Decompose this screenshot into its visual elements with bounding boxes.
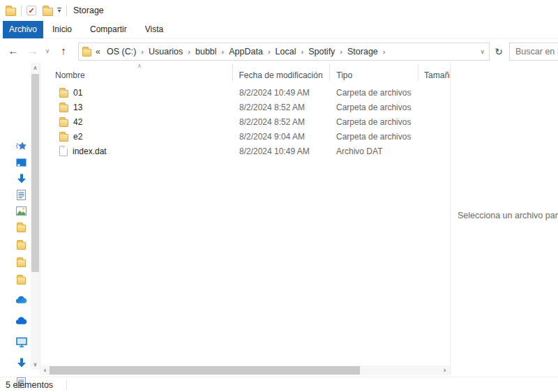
statusbar-separator xyxy=(66,379,67,390)
titlebar: ✓ ▾ Storage xyxy=(0,0,558,21)
desktop-icon[interactable] xyxy=(15,157,27,168)
column-header-tipo[interactable]: Tipo xyxy=(330,64,418,81)
search-input[interactable] xyxy=(510,43,558,60)
folder-icon xyxy=(59,90,68,98)
search-box xyxy=(509,43,558,61)
horizontal-scrollbar-thumb[interactable] xyxy=(50,366,360,375)
file-name-cell: e2 xyxy=(40,132,233,142)
preview-pane: Selecciona un archivo para obtener la vi… xyxy=(450,63,558,375)
status-bar: 5 elementos xyxy=(0,377,558,392)
tab-archivo[interactable]: Archivo xyxy=(3,21,43,38)
file-type-cell: Carpeta de archivos xyxy=(331,88,419,98)
window-title: Storage xyxy=(73,6,104,15)
file-list: ∧ Nombre Fecha de modificación Tipo Tama… xyxy=(40,63,450,375)
table-row[interactable]: 42 8/2/2024 8:52 AM Carpeta de archivos xyxy=(40,114,450,129)
navpane-scrollbar[interactable]: ∧ ∨ xyxy=(31,63,40,370)
properties-check-icon[interactable]: ✓ xyxy=(27,6,36,15)
column-header-fecha[interactable]: Fecha de modificación xyxy=(233,64,331,81)
documents-icon[interactable] xyxy=(15,189,27,200)
breadcrumb-item[interactable]: Usuarios xyxy=(146,47,186,56)
file-icon xyxy=(59,146,68,156)
file-date-cell: 8/2/2024 8:52 AM xyxy=(233,103,331,112)
breadcrumb-item[interactable]: bubbl xyxy=(193,47,220,56)
scroll-right-icon[interactable]: › xyxy=(440,365,449,375)
customize-quick-access-dropdown-icon[interactable]: ▾ xyxy=(57,8,61,14)
navigation-pane: ♪ ∧ ∨ xyxy=(0,63,40,375)
preview-message: Selecciona un archivo para obtener la vi… xyxy=(458,211,558,220)
breadcrumb-item[interactable]: Spotify xyxy=(306,47,338,56)
breadcrumb-item[interactable]: OS (C:) xyxy=(104,47,139,56)
ribbon-tabs: Archivo Inicio Compartir Vista xyxy=(0,21,558,39)
file-name-cell: index.dat xyxy=(40,146,233,156)
address-folder-icon xyxy=(82,49,91,56)
file-date-cell: 8/2/2024 10:49 AM xyxy=(233,146,331,156)
breadcrumb-chevron-icon[interactable]: › xyxy=(266,47,273,56)
folder-icon[interactable] xyxy=(15,239,27,250)
filelist-horizontal-scrollbar[interactable]: ‹ › xyxy=(40,365,450,375)
onedrive-color-icon[interactable] xyxy=(15,294,27,306)
tab-inicio[interactable]: Inicio xyxy=(43,21,81,38)
folder-icon[interactable] xyxy=(15,257,27,268)
forward-icon[interactable]: → xyxy=(25,43,40,59)
breadcrumb-item[interactable]: Local xyxy=(273,47,299,56)
tab-compartir[interactable]: Compartir xyxy=(81,21,136,38)
new-folder-icon[interactable] xyxy=(43,8,53,16)
file-name-cell: 42 xyxy=(40,117,233,127)
folder-icon xyxy=(59,119,68,127)
breadcrumb-overflow[interactable]: « xyxy=(91,47,104,56)
item-count: 5 elementos xyxy=(6,380,53,390)
back-icon[interactable]: ← xyxy=(6,43,21,59)
file-type-cell: Carpeta de archivos xyxy=(331,117,419,127)
pictures-icon[interactable] xyxy=(15,205,27,216)
column-header-tamano[interactable]: Tamaño xyxy=(418,64,450,81)
column-header-nombre[interactable]: Nombre xyxy=(40,64,233,81)
file-type-cell: Carpeta de archivos xyxy=(331,132,419,142)
tab-vista[interactable]: Vista xyxy=(136,21,172,38)
sort-ascending-icon: ∧ xyxy=(137,63,142,69)
downloads-icon[interactable] xyxy=(15,173,27,184)
breadcrumb-item[interactable]: Storage xyxy=(345,47,381,56)
downloads-icon[interactable] xyxy=(15,357,27,368)
onedrive-icon[interactable] xyxy=(15,315,27,326)
up-icon[interactable]: ↑ xyxy=(56,43,71,59)
breadcrumb-chevron-icon[interactable]: › xyxy=(338,47,345,56)
file-type-cell: Carpeta de archivos xyxy=(331,103,419,112)
file-date-cell: 8/2/2024 10:49 AM xyxy=(233,88,331,98)
titlebar-separator xyxy=(66,5,67,16)
breadcrumb-chevron-icon[interactable]: › xyxy=(186,47,193,56)
folder-icon xyxy=(59,134,68,142)
column-headers: ∧ Nombre Fecha de modificación Tipo Tama… xyxy=(40,63,450,82)
navigation-toolbar: ← → ∨ ↑ « OS (C:) › Usuarios › bubbl › A… xyxy=(0,39,558,63)
address-dropdown-icon[interactable]: ∨ xyxy=(476,48,489,55)
file-name-cell: 01 xyxy=(40,88,233,98)
file-rows: 01 8/2/2024 10:49 AM Carpeta de archivos… xyxy=(40,85,450,158)
address-bar[interactable]: « OS (C:) › Usuarios › bubbl › AppData ›… xyxy=(78,43,490,61)
breadcrumb-chevron-icon[interactable]: › xyxy=(299,47,306,56)
breadcrumb-item[interactable]: AppData xyxy=(226,47,266,56)
file-date-cell: 8/2/2024 8:52 AM xyxy=(233,117,331,127)
scroll-left-icon[interactable]: ‹ xyxy=(40,365,50,375)
folder-icon[interactable] xyxy=(15,274,27,285)
folder-icon xyxy=(59,105,68,112)
file-type-cell: Archivo DAT xyxy=(331,146,419,156)
navpane-scrollbar-thumb[interactable] xyxy=(31,74,39,272)
titlebar-separator xyxy=(21,5,22,16)
this-pc-icon[interactable] xyxy=(15,336,27,347)
breadcrumb-chevron-icon[interactable]: › xyxy=(220,47,227,56)
refresh-icon[interactable]: ↻ xyxy=(491,43,506,61)
scroll-down-icon[interactable]: ∨ xyxy=(31,360,40,369)
breadcrumb-chevron-icon[interactable]: › xyxy=(139,47,146,56)
file-name-cell: 13 xyxy=(40,103,233,112)
window-folder-icon[interactable] xyxy=(6,8,16,16)
scroll-up-icon[interactable]: ∧ xyxy=(31,63,40,73)
folder-icon[interactable] xyxy=(15,222,27,233)
table-row[interactable]: 13 8/2/2024 8:52 AM Carpeta de archivos xyxy=(40,100,450,114)
table-row[interactable]: 01 8/2/2024 10:49 AM Carpeta de archivos xyxy=(40,85,450,100)
breadcrumb-chevron-icon[interactable]: › xyxy=(381,47,388,56)
recent-locations-dropdown-icon[interactable]: ∨ xyxy=(43,43,52,59)
quick-access-star-icon[interactable] xyxy=(15,141,27,152)
table-row[interactable]: index.dat 8/2/2024 10:49 AM Archivo DAT xyxy=(40,144,450,158)
file-date-cell: 8/2/2024 9:04 AM xyxy=(233,132,331,142)
table-row[interactable]: e2 8/2/2024 9:04 AM Carpeta de archivos xyxy=(40,129,450,144)
